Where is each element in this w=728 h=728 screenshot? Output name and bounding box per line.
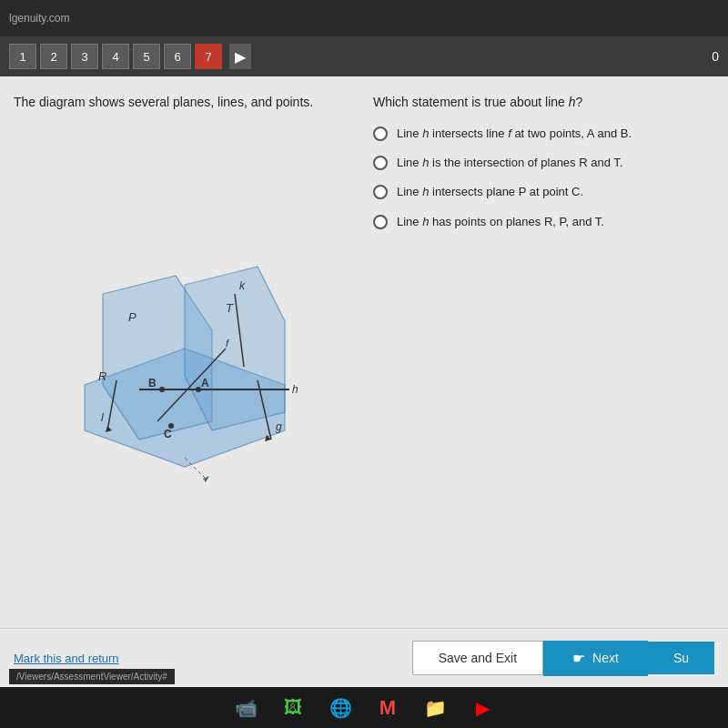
question-prompt: Which statement is true about line h? — [373, 95, 714, 109]
q-nav-next-arrow[interactable]: ▶ — [229, 44, 251, 69]
taskbar-icon-chrome[interactable]: 🌐 — [326, 693, 355, 723]
geometry-diagram: P T R h k g l — [14, 123, 355, 610]
q-num-6[interactable]: 6 — [164, 44, 191, 69]
save-exit-button[interactable]: Save and Exit — [412, 641, 543, 675]
taskbar-icon-mail[interactable]: M — [373, 693, 402, 723]
q-num-4[interactable]: 4 — [102, 44, 129, 69]
next-button[interactable]: ☛ Next — [543, 641, 648, 676]
taskbar-icon-camera[interactable]: 📹 — [231, 693, 260, 723]
taskbar: 📹 🖼 🌐 M 📁 ▶ — [0, 687, 728, 728]
hand-icon: ☛ — [572, 650, 585, 667]
radio-2[interactable] — [373, 156, 388, 170]
taskbar-icon-youtube[interactable]: ▶ — [468, 693, 497, 723]
plane-t-label: T — [226, 301, 234, 315]
radio-4[interactable] — [373, 215, 388, 229]
line-k-label: k — [239, 279, 246, 292]
q-num-1[interactable]: 1 — [9, 44, 36, 69]
left-panel: The diagram shows several planes, lines,… — [14, 95, 355, 610]
point-b-label: B — [148, 377, 157, 389]
score-display: 0 — [712, 49, 719, 64]
browser-top-bar: lgenuity.com — [0, 0, 728, 36]
choice-text-2: Line h is the intersection of planes R a… — [397, 155, 622, 171]
q-num-3[interactable]: 3 — [71, 44, 98, 69]
answer-choice-1[interactable]: Line h intersects line f at two points, … — [373, 126, 714, 142]
bottom-url-bar: /Viewers/AssessmentViewer/Activity# — [9, 669, 175, 684]
right-panel: Which statement is true about line h? Li… — [373, 95, 714, 610]
question-stem: The diagram shows several planes, lines,… — [14, 95, 355, 109]
radio-1[interactable] — [373, 126, 388, 141]
point-b-dot — [159, 387, 165, 392]
point-a-label: A — [201, 377, 209, 389]
choice-text-4: Line h has points on planes R, P, and T. — [397, 214, 604, 230]
line-g-label: g — [276, 420, 282, 433]
q-num-2[interactable]: 2 — [40, 44, 67, 69]
radio-3[interactable] — [373, 185, 388, 199]
choice-text-3: Line h intersects plane P at point C. — [397, 184, 583, 200]
q-num-5[interactable]: 5 — [133, 44, 160, 69]
choice-text-1: Line h intersects line f at two points, … — [397, 126, 632, 142]
line-h-label: h — [292, 383, 298, 396]
main-content-area: The diagram shows several planes, lines,… — [0, 76, 728, 628]
answer-choice-3[interactable]: Line h intersects plane P at point C. — [373, 184, 714, 200]
svg-marker-2 — [185, 267, 285, 430]
answer-choice-2[interactable]: Line h is the intersection of planes R a… — [373, 155, 714, 171]
point-c-label: C — [164, 428, 172, 440]
next-label: Next — [592, 651, 619, 665]
bottom-buttons-group: Save and Exit ☛ Next Su — [412, 641, 714, 676]
mark-return-link[interactable]: Mark this and return — [14, 652, 119, 665]
taskbar-icon-files2[interactable]: 📁 — [420, 693, 450, 723]
line-l-label: l — [101, 411, 104, 424]
q-num-7[interactable]: 7 — [195, 44, 222, 69]
plane-p-label: P — [128, 310, 136, 324]
submit-button[interactable]: Su — [648, 642, 714, 674]
question-nav-bar: 1 2 3 4 5 6 7 ▶ 0 — [0, 36, 728, 76]
planes-diagram-svg: P T R h k g l — [66, 239, 303, 494]
taskbar-icon-files[interactable]: 🖼 — [278, 693, 308, 723]
plane-r-label: R — [98, 369, 106, 383]
answer-choice-4[interactable]: Line h has points on planes R, P, and T. — [373, 214, 714, 230]
url-display: lgenuity.com — [9, 12, 69, 25]
